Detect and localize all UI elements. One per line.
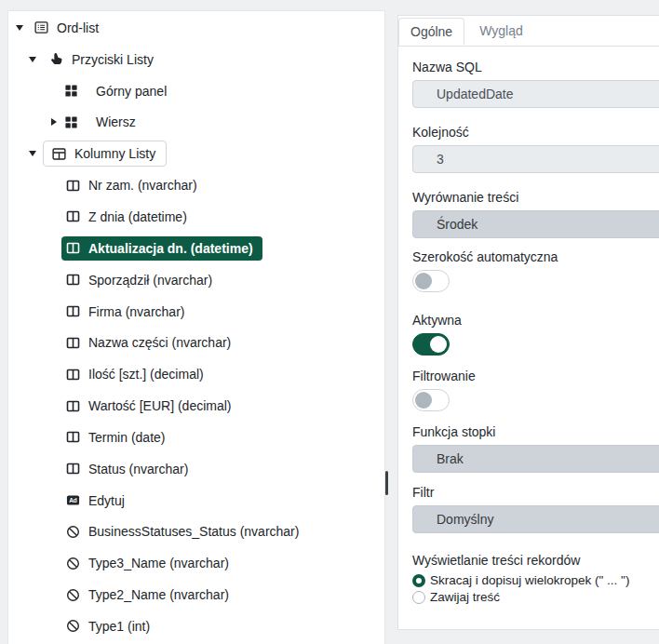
alignment-label: Wyrównanie treści bbox=[412, 191, 659, 205]
tree-item[interactable]: AdEdytuj bbox=[8, 485, 384, 517]
tree-item-label: Przyciski Listy bbox=[72, 52, 154, 67]
radio-option-label: Skracaj i dopisuj wielokropek (" ... ") bbox=[430, 573, 629, 587]
toggle-knob-icon bbox=[415, 392, 432, 409]
tree-item-label: Z dnia (datetime) bbox=[88, 209, 187, 224]
tree-item-label: Ord-list bbox=[57, 20, 99, 35]
tree-item[interactable]: Type1 (int) bbox=[8, 610, 384, 642]
active-label: Aktywna bbox=[412, 314, 659, 328]
tree-item-label: Kolumny Listy bbox=[74, 146, 155, 161]
expand-arrow-icon[interactable] bbox=[16, 25, 24, 31]
focused-item-outline: Kolumny Listy bbox=[43, 141, 167, 167]
tree-item-label: Aktualizacja dn. (datetime) bbox=[88, 241, 253, 256]
tree-item[interactable]: Wartość [EUR] (decimal) bbox=[8, 390, 384, 422]
tree-item-label: Wartość [EUR] (decimal) bbox=[88, 398, 232, 413]
tree-item[interactable]: Przyciski Listy bbox=[8, 44, 384, 75]
tree-item-label: Sporządził (nvarchar) bbox=[88, 273, 212, 288]
tree-item[interactable]: Status (nvarchar) bbox=[8, 453, 384, 485]
tab-general[interactable]: Ogólne bbox=[398, 18, 464, 46]
panel-resize-handle[interactable] bbox=[385, 471, 388, 495]
tree-item-label: BusinessStatuses_Status (nvarchar) bbox=[88, 524, 299, 539]
tree-item[interactable]: Termin (date) bbox=[8, 422, 384, 453]
expand-arrow-icon[interactable] bbox=[29, 151, 37, 156]
auto-width-toggle[interactable] bbox=[412, 270, 450, 292]
tree-item[interactable]: BusinessStatuses_Status (nvarchar) bbox=[8, 517, 384, 548]
properties-content: Nazwa SQL UpdatedDate Kolejność 3 Wyrówn… bbox=[398, 60, 659, 604]
tree-item[interactable]: Wiersz bbox=[8, 107, 384, 139]
sql-name-label: Nazwa SQL bbox=[412, 60, 659, 74]
tab-appearance[interactable]: Wygląd bbox=[464, 18, 538, 46]
tree-item-label: Status (nvarchar) bbox=[88, 462, 188, 476]
tree-item-label: Edytuj bbox=[88, 493, 125, 508]
column-icon bbox=[66, 179, 80, 193]
app-window: Ord-listPrzyciski ListyGórny panelWiersz… bbox=[0, 0, 659, 644]
tree-item[interactable]: Nazwa części (nvarchar) bbox=[8, 327, 384, 358]
column-icon bbox=[66, 304, 80, 318]
column-icon bbox=[66, 462, 80, 476]
radio-option-wrap[interactable]: Zawijaj treść bbox=[412, 590, 659, 604]
blocked-icon bbox=[66, 588, 80, 602]
blocked-icon bbox=[66, 619, 80, 633]
sql-name-input[interactable]: UpdatedDate bbox=[412, 80, 659, 108]
radio-checked-icon bbox=[412, 574, 425, 587]
tree-item[interactable]: Górny panel bbox=[8, 75, 384, 107]
grid-icon bbox=[64, 115, 78, 129]
svg-text:Ad: Ad bbox=[69, 497, 77, 503]
field-group-sql-name: Nazwa SQL UpdatedDate bbox=[412, 60, 659, 108]
tree-item[interactable]: Firma (nvarchar) bbox=[8, 296, 384, 328]
filter-select[interactable]: Domyślny bbox=[412, 505, 659, 533]
tree-item[interactable]: Type2_Name (nvarchar) bbox=[8, 579, 384, 610]
radio-unchecked-icon bbox=[412, 591, 425, 604]
column-icon bbox=[66, 368, 80, 382]
column-icon bbox=[66, 209, 80, 223]
field-group-active: Aktywna bbox=[412, 314, 659, 356]
field-group-footer-function: Funkcja stopki Brak bbox=[412, 425, 659, 473]
tree-item-label: Type1 (int) bbox=[88, 619, 150, 634]
field-group-content-display: Wyświetlanie treści rekordów Skracaj i d… bbox=[412, 554, 659, 604]
grid-icon bbox=[64, 84, 78, 98]
tree: Ord-listPrzyciski ListyGórny panelWiersz… bbox=[8, 11, 384, 642]
tree-item[interactable]: Aktualizacja dn. (datetime) bbox=[8, 233, 384, 264]
column-icon bbox=[66, 273, 80, 287]
tree-item[interactable]: Nr zam. (nvarchar) bbox=[8, 169, 384, 201]
column-icon bbox=[66, 336, 80, 350]
expand-arrow-icon[interactable] bbox=[29, 57, 37, 62]
filtering-toggle[interactable] bbox=[412, 389, 450, 411]
field-group-filtering: Filtrowanie bbox=[412, 369, 659, 411]
blocked-icon bbox=[66, 557, 80, 570]
tree-item-label: Nr zam. (nvarchar) bbox=[88, 178, 197, 193]
blocked-icon bbox=[66, 525, 80, 539]
tree-item[interactable]: Ord-list bbox=[8, 12, 384, 44]
column-icon bbox=[66, 399, 80, 413]
tree-item-label: Nazwa części (nvarchar) bbox=[88, 335, 231, 350]
radio-option-label: Zawijaj treść bbox=[430, 590, 500, 604]
radio-option-truncate[interactable]: Skracaj i dopisuj wielokropek (" ... ") bbox=[412, 573, 659, 587]
auto-width-label: Szerokość automatyczna bbox=[412, 250, 659, 264]
column-icon bbox=[66, 241, 80, 255]
active-toggle[interactable] bbox=[412, 333, 450, 356]
field-group-filter: Filtr Domyślny bbox=[412, 486, 659, 533]
tree-item-label: Termin (date) bbox=[88, 430, 165, 445]
filter-label: Filtr bbox=[412, 486, 659, 500]
footer-function-label: Funkcja stopki bbox=[412, 425, 659, 439]
content-display-label: Wyświetlanie treści rekordów bbox=[412, 554, 659, 568]
tree-item[interactable]: Z dnia (datetime) bbox=[8, 201, 384, 233]
structure-tree-panel: Ord-listPrzyciski ListyGórny panelWiersz… bbox=[7, 10, 385, 644]
tree-item[interactable]: Kolumny Listy bbox=[8, 138, 384, 169]
tab-bar: Ogólne Wygląd bbox=[398, 16, 659, 47]
field-group-alignment: Wyrównanie treści Środek bbox=[412, 191, 659, 238]
tree-item-label: Wiersz bbox=[96, 114, 136, 129]
tree-item[interactable]: Ilość [szt.] (decimal) bbox=[8, 358, 384, 390]
selected-item-highlight: Aktualizacja dn. (datetime) bbox=[61, 236, 262, 261]
tree-item-label: Type3_Name (nvarchar) bbox=[88, 556, 229, 570]
table-icon bbox=[52, 147, 66, 161]
hand-click-icon bbox=[49, 52, 63, 66]
column-icon bbox=[66, 430, 80, 444]
collapse-arrow-icon[interactable] bbox=[51, 118, 60, 126]
tree-item[interactable]: Type3_Name (nvarchar) bbox=[8, 547, 384, 579]
tree-item-label: Górny panel bbox=[96, 84, 167, 99]
footer-function-select[interactable]: Brak bbox=[412, 445, 659, 473]
tree-item[interactable]: Sporządził (nvarchar) bbox=[8, 264, 384, 296]
order-input[interactable]: 3 bbox=[412, 145, 659, 173]
field-group-order: Kolejność 3 bbox=[412, 126, 659, 173]
alignment-select[interactable]: Środek bbox=[412, 210, 659, 238]
